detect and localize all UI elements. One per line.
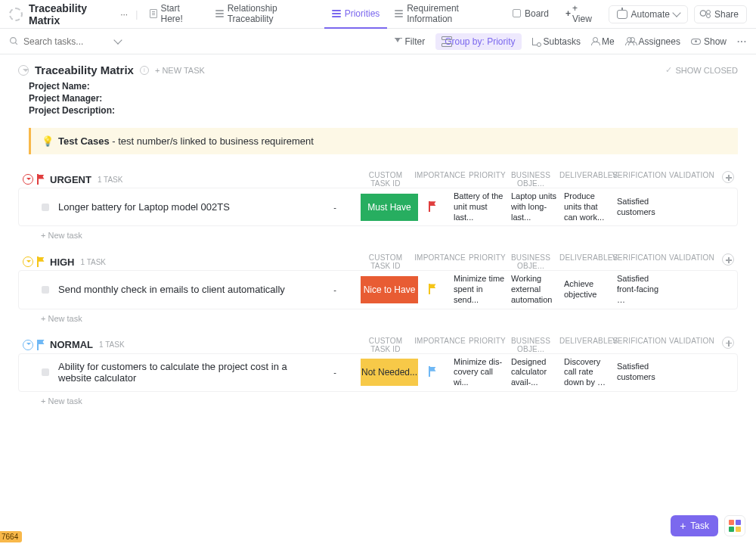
col-importance[interactable]: IMPORTANCE: [411, 171, 469, 188]
info-icon[interactable]: i: [140, 66, 149, 75]
cell-importance[interactable]: Nice to Have: [361, 276, 418, 303]
col-business-obj[interactable]: BUSINESS OBJE...: [502, 253, 559, 270]
note-rest: - test number/s linked to business requi…: [110, 135, 314, 147]
cell-business-obj[interactable]: Minimize dis­covery call wi...: [451, 357, 509, 388]
filter-button[interactable]: Filter: [395, 36, 426, 47]
cell-priority[interactable]: [418, 366, 451, 378]
tab-priorities[interactable]: Priorities: [324, 0, 388, 29]
fab-task-label: Task: [690, 521, 709, 531]
col-deliverables[interactable]: DELIVERABLES: [559, 337, 612, 353]
cell-validation[interactable]: Satisfied front-facing …: [615, 274, 668, 305]
task-row[interactable]: Ability for customers to calculate the p…: [18, 353, 738, 392]
search-wrap[interactable]: [9, 36, 121, 47]
subtask-icon: [532, 38, 541, 45]
col-deliverables[interactable]: DELIVERABLES: [559, 171, 612, 188]
new-task-fab[interactable]: +Task: [671, 515, 718, 536]
add-column-button[interactable]: [718, 253, 738, 270]
col-custom-id[interactable]: CUSTOM TASK ID: [360, 171, 411, 188]
task-title[interactable]: Ability for customers to calculate the p…: [58, 361, 309, 384]
board-icon: [513, 9, 521, 17]
automate-button[interactable]: Automate: [609, 5, 688, 23]
task-title[interactable]: Longer battery for Laptop model 002TS: [58, 201, 309, 213]
tab-relationship-traceability[interactable]: Relationship Traceability: [208, 0, 324, 29]
col-importance[interactable]: IMPORTANCE: [411, 253, 469, 270]
add-task-button[interactable]: + New task: [41, 314, 738, 323]
group-name[interactable]: HIGH: [50, 256, 75, 268]
apps-fab[interactable]: [724, 515, 745, 536]
add-task-button[interactable]: + New task: [41, 231, 738, 240]
collapse-section-icon[interactable]: [18, 65, 29, 76]
section-title[interactable]: Traceability Matrix: [35, 64, 134, 76]
col-importance[interactable]: IMPORTANCE: [411, 337, 469, 353]
assignees-button[interactable]: Assignees: [625, 36, 680, 47]
col-priority[interactable]: PRIORITY: [469, 337, 502, 353]
filter-icon: [395, 38, 402, 45]
tab-board[interactable]: Board: [505, 0, 556, 29]
group-name[interactable]: NORMAL: [50, 339, 93, 350]
cell-business-obj[interactable]: Minimize time spent in send...: [451, 274, 509, 305]
search-input[interactable]: [23, 36, 110, 47]
more-menu-icon[interactable]: ···: [737, 36, 747, 47]
cell-custom-id[interactable]: -: [309, 203, 361, 212]
share-label: Share: [714, 9, 739, 20]
cell-verification[interactable]: Produce units that can work...: [562, 191, 615, 222]
column-headers: CUSTOM TASK IDIMPORTANCEPRIORITYBUSINESS…: [360, 337, 738, 353]
task-row[interactable]: Send monthly check in emails to client a…: [18, 270, 738, 309]
tab-requirement-information[interactable]: Requirement Information: [387, 0, 505, 29]
col-deliverables[interactable]: DELIVERABLES: [559, 253, 612, 270]
cell-verification[interactable]: Achieve objective: [562, 279, 615, 300]
tab-start-here-[interactable]: Start Here!: [142, 0, 207, 29]
add-task-button[interactable]: + New task: [41, 396, 738, 406]
col-verification[interactable]: VERIFICATION: [612, 337, 665, 353]
cell-deliverables[interactable]: Laptop units with long-last...: [509, 191, 562, 222]
cell-deliverables[interactable]: Working exter­nal automation: [509, 274, 562, 305]
col-custom-id[interactable]: CUSTOM TASK ID: [360, 337, 411, 353]
group-by-pill[interactable]: Group by: Priority: [435, 33, 521, 50]
collapse-group-icon[interactable]: [23, 174, 33, 185]
group-name[interactable]: URGENT: [50, 174, 91, 185]
cell-validation[interactable]: Satisfied customers: [615, 362, 668, 383]
breadcrumb-more-icon[interactable]: ···: [120, 9, 128, 20]
task-title[interactable]: Send monthly check in emails to client a…: [58, 284, 309, 295]
col-priority[interactable]: PRIORITY: [469, 171, 502, 188]
status-square-icon[interactable]: [42, 368, 49, 376]
subtasks-button[interactable]: Subtasks: [532, 36, 581, 47]
collapse-group-icon[interactable]: [23, 340, 33, 350]
cell-deliverables[interactable]: Designed cal­culator avail-...: [509, 357, 562, 388]
add-column-button[interactable]: [718, 337, 738, 353]
col-priority[interactable]: PRIORITY: [469, 253, 502, 270]
cell-custom-id[interactable]: -: [309, 368, 361, 377]
flag-icon: [428, 284, 437, 294]
breadcrumb-title[interactable]: Traceability Matrix: [29, 2, 116, 26]
cell-importance[interactable]: Not Needed...: [361, 359, 418, 386]
cell-custom-id[interactable]: -: [309, 285, 361, 294]
content: Traceability Matrix i + NEW TASK ✓SHOW C…: [0, 54, 756, 406]
me-button[interactable]: Me: [591, 36, 615, 47]
col-business-obj[interactable]: BUSINESS OBJE...: [502, 171, 559, 188]
col-validation[interactable]: VALIDATION: [665, 253, 718, 270]
cell-priority[interactable]: [418, 284, 451, 296]
cell-business-obj[interactable]: Battery of the unit must last...: [451, 191, 509, 222]
new-task-inline-button[interactable]: + NEW TASK: [155, 66, 205, 75]
task-row[interactable]: Longer battery for Laptop model 002TS-Mu…: [18, 188, 738, 226]
cell-verification[interactable]: Discovery call rate down by …: [562, 357, 615, 388]
add-column-button[interactable]: [718, 171, 738, 188]
status-square-icon[interactable]: [42, 286, 49, 294]
col-business-obj[interactable]: BUSINESS OBJE...: [502, 337, 559, 353]
add-view-button[interactable]: + + View: [558, 0, 606, 29]
collapse-group-icon[interactable]: [23, 256, 33, 267]
chevron-down-icon[interactable]: [113, 36, 122, 44]
col-verification[interactable]: VERIFICATION: [612, 171, 665, 188]
col-validation[interactable]: VALIDATION: [665, 337, 718, 353]
status-square-icon[interactable]: [42, 204, 49, 211]
cell-priority[interactable]: [418, 201, 451, 213]
show-button[interactable]: Show: [691, 36, 727, 47]
cell-validation[interactable]: Satisfied customers: [615, 197, 668, 218]
share-button[interactable]: Share: [694, 5, 747, 23]
col-validation[interactable]: VALIDATION: [665, 171, 718, 188]
tab-label: Board: [525, 8, 549, 19]
show-closed-button[interactable]: ✓SHOW CLOSED: [665, 65, 738, 75]
col-verification[interactable]: VERIFICATION: [612, 253, 665, 270]
col-custom-id[interactable]: CUSTOM TASK ID: [360, 253, 411, 270]
cell-importance[interactable]: Must Have: [361, 194, 418, 221]
